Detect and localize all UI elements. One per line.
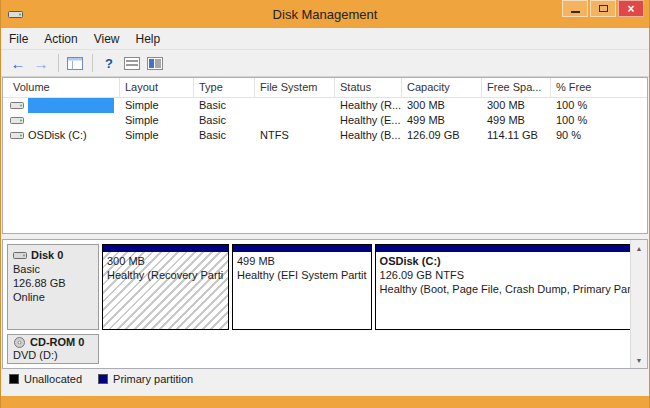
cdrom-name: CD-ROM 0 [30,336,84,349]
disk0-size: 126.88 GB [13,276,93,290]
scroll-up-icon[interactable]: ▲ [631,240,647,256]
window-bottom-border [1,396,649,408]
partition-status: Healthy (Boot, Page File, Crash Dump, Pr… [380,282,637,296]
free-space-cell: 300 MB [482,98,551,113]
menu-help[interactable]: Help [128,30,169,48]
legend-primary-partition: Primary partition [98,373,193,385]
cdrom-media: DVD (D:) [13,349,93,362]
back-icon: ← [11,56,26,71]
partition-efi[interactable]: 499 MB Healthy (EFI System Partit [232,244,372,330]
volume-name-cell [3,98,120,113]
cdrom-label[interactable]: CD-ROM 0 DVD (D:) [7,334,99,364]
toolbar: ← → ? [1,50,649,77]
forward-icon: → [34,56,49,71]
partition-size: 499 MB [237,254,367,268]
partition-name: OSDisk (C:) [380,254,637,268]
column-header-volume[interactable]: Volume [3,78,120,97]
menu-action[interactable]: Action [36,30,85,48]
statusbar-filler [1,389,649,396]
legend-primary-label: Primary partition [113,373,193,385]
partition-status: Healthy (Recovery Parti [107,268,224,282]
back-button[interactable]: ← [7,53,29,74]
drive-icon [10,115,24,126]
selected-volume-highlight [28,98,114,113]
disk0-row: Disk 0 Basic 126.88 GB Online 300 MB Hea… [7,244,626,330]
legend-unallocated: Unallocated [9,373,82,385]
unallocated-swatch [9,374,19,384]
file-system-cell: NTFS [255,128,335,143]
graphical-view-icon [147,57,163,70]
volume-row-efi[interactable]: Simple Basic Healthy (E... 499 MB 499 MB… [3,113,647,128]
graphical-view-button[interactable] [144,53,166,74]
window-title: Disk Management [1,7,649,22]
partition-status: Healthy (EFI System Partit [237,268,367,282]
volume-name-cell: OSDisk (C:) [3,128,120,143]
cd-icon [13,337,26,348]
status-cell: Healthy (B... [335,128,402,143]
console-tree-button[interactable] [64,53,86,74]
disk0-name: Disk 0 [31,248,63,262]
titlebar[interactable]: Disk Management × [1,0,649,28]
vertical-scrollbar[interactable]: ▲ ▼ [630,240,647,368]
file-system-cell [255,113,335,128]
menu-view[interactable]: View [86,30,128,48]
primary-partition-stripe [103,245,228,252]
help-icon: ? [105,56,113,71]
maximize-icon [599,5,608,12]
column-header-percent-free[interactable]: % Free [551,78,647,97]
free-space-cell: 114.11 GB [482,128,551,143]
disk0-status: Online [13,290,93,304]
volume-name-cell [3,113,120,128]
column-header-type[interactable]: Type [194,78,255,97]
capacity-cell: 499 MB [402,113,482,128]
layout-cell: Simple [120,128,194,143]
scroll-down-icon[interactable]: ▼ [631,352,647,368]
maximize-button[interactable] [590,0,616,17]
disk-management-window: Disk Management × File Action View Help … [0,0,650,408]
partition-size: 126.09 GB NTFS [380,268,637,282]
volume-name: OSDisk (C:) [28,128,87,143]
status-cell: Healthy (R... [335,98,402,113]
column-header-capacity[interactable]: Capacity [402,78,482,97]
partition-recovery[interactable]: 300 MB Healthy (Recovery Parti [102,244,229,330]
volume-row-recovery[interactable]: Simple Basic Healthy (R... 300 MB 300 MB… [3,98,647,113]
volume-table-header: Volume Layout Type File System Status Ca… [3,78,647,98]
close-button[interactable]: × [618,0,644,17]
column-header-free-space[interactable]: Free Spa... [482,78,551,97]
primary-partition-stripe [376,245,641,252]
minimize-button[interactable] [562,0,588,17]
help-button[interactable]: ? [98,53,120,74]
column-header-layout[interactable]: Layout [120,78,194,97]
layout-cell: Simple [120,113,194,128]
partition-size: 300 MB [107,254,224,268]
menu-file[interactable]: File [1,30,36,48]
primary-partition-stripe [233,245,371,252]
forward-button[interactable]: → [30,53,52,74]
disk-list-view-icon [124,57,140,70]
menubar: File Action View Help [1,28,649,50]
volume-list-pane: Volume Layout Type File System Status Ca… [2,77,648,234]
disk-list-view-button[interactable] [121,53,143,74]
volume-row-osdisk[interactable]: OSDisk (C:) Simple Basic NTFS Healthy (B… [3,128,647,143]
disk0-label[interactable]: Disk 0 Basic 126.88 GB Online [7,244,99,330]
console-tree-icon [67,57,83,70]
free-space-cell: 499 MB [482,113,551,128]
status-cell: Healthy (E... [335,113,402,128]
cdrom-row: CD-ROM 0 DVD (D:) [7,334,626,364]
percent-free-cell: 100 % [551,98,647,113]
column-header-file-system[interactable]: File System [255,78,335,97]
toolbar-separator [58,54,59,72]
type-cell: Basic [194,113,255,128]
toolbar-separator [92,54,93,72]
layout-cell: Simple [120,98,194,113]
drive-icon [10,100,24,111]
legend-unallocated-label: Unallocated [24,373,82,385]
partition-osdisk[interactable]: OSDisk (C:) 126.09 GB NTFS Healthy (Boot… [375,244,642,330]
minimize-icon [571,11,580,13]
disk0-partitions: 300 MB Healthy (Recovery Parti 499 MB He… [102,244,641,330]
column-header-status[interactable]: Status [335,78,402,97]
percent-free-cell: 90 % [551,128,647,143]
file-system-cell [255,98,335,113]
legend: Unallocated Primary partition [1,369,649,389]
disk0-type: Basic [13,262,93,276]
